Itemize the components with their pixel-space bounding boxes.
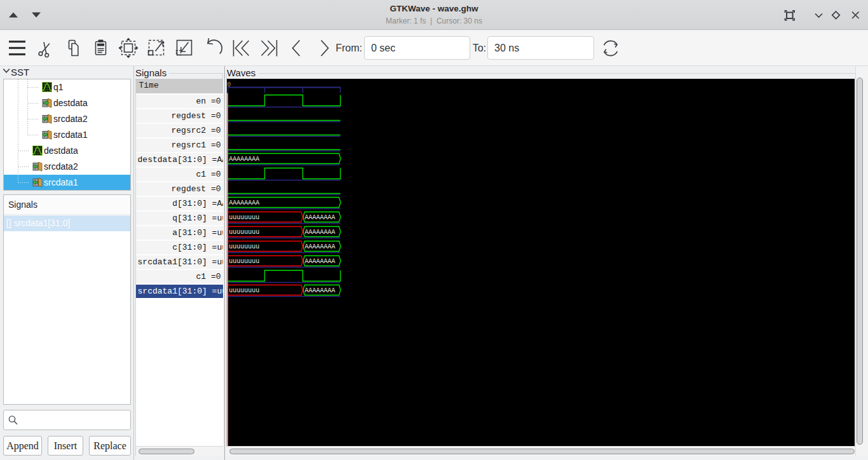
svg-text:uuuuuuuu: uuuuuuuu (229, 287, 259, 294)
svg-text:AAAAAAAA: AAAAAAAA (305, 258, 336, 265)
svg-text:uuuuuuuu: uuuuuuuu (229, 229, 259, 236)
svg-text:AAAAAAAA: AAAAAAAA (229, 156, 259, 163)
svg-text:AAAAAAAA: AAAAAAAA (305, 214, 336, 221)
svg-text:0: 0 (227, 81, 231, 88)
svg-text:uuuuuuuu: uuuuuuuu (229, 258, 259, 265)
svg-text:uuuuuuuu: uuuuuuuu (229, 243, 259, 250)
svg-text:AAAAAAAA: AAAAAAAA (305, 243, 336, 250)
svg-text:AAAAAAAA: AAAAAAAA (305, 287, 336, 294)
svg-text:AAAAAAAA: AAAAAAAA (229, 200, 259, 206)
svg-text:AAAAAAAA: AAAAAAAA (305, 229, 336, 236)
svg-text:uuuuuuuu: uuuuuuuu (229, 214, 259, 221)
